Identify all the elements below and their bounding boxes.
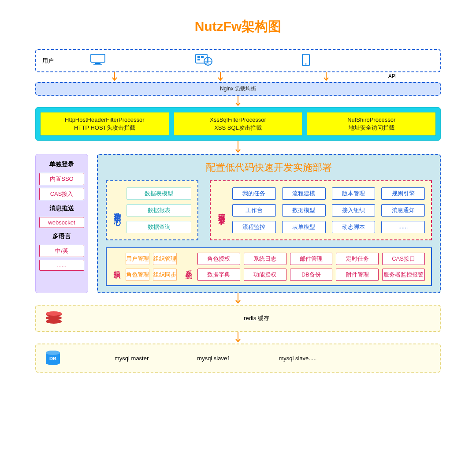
svg-point-12 (46, 319, 62, 324)
org-item: 用户管理 (126, 253, 149, 265)
db-slave1: mysql slave1 (197, 355, 230, 362)
db-master: mysql master (115, 355, 149, 362)
sidebar-msg-header: 消息推送 (39, 205, 84, 213)
processor-layer: HttpHostHeaderFilterProcessorHTTP HOST头攻… (35, 107, 441, 141)
sys-item: 数据字典 (197, 269, 240, 281)
redis-layer: redis 缓存 (35, 305, 441, 332)
svg-point-15 (46, 351, 60, 355)
arrow-down-icon (106, 243, 432, 247)
processor-xss-sql: XssSqlFilterProcessorXSS SQL攻击拦截 (174, 112, 303, 136)
sidebar-lang-header: 多语言 (39, 232, 84, 240)
sys-item: 附件管理 (336, 269, 379, 281)
org-item: 角色管理 (126, 269, 149, 281)
sys-item: DB备份 (290, 269, 333, 281)
svg-point-9 (305, 64, 307, 65)
sys-item: 邮件管理 (290, 253, 333, 265)
arrow-down-icon (112, 72, 118, 82)
flow-item: 规则引擎 (381, 187, 425, 200)
sidebar-item-cas: CAS接入 (39, 188, 84, 200)
org-item: 组织同步 (153, 269, 177, 281)
clients-label: 用户 (42, 57, 54, 65)
dc-item: 数据报表 (126, 204, 191, 217)
flow-item: 版本管理 (332, 187, 376, 200)
svg-rect-2 (93, 64, 102, 65)
sys-item: 角色授权 (197, 253, 240, 265)
arrow-down-icon (35, 96, 441, 107)
datacenter-block: 数据中心 数据表模型 数据报表 数据查询 (106, 180, 198, 240)
svg-rect-7 (197, 59, 200, 60)
sys-item: 服务器监控报警 (382, 269, 425, 281)
db-slave2: mysql slave..... (279, 355, 316, 362)
flow-block: 流程引擎 我的任务 流程建模 版本管理 规则引擎 工作台 数据模型 接入组织 消… (210, 180, 432, 240)
dc-item: 数据查询 (126, 221, 191, 233)
arrow-down-icon (35, 293, 441, 305)
flow-item: 我的任务 (232, 187, 276, 200)
redis-label: redis 缓存 (81, 314, 432, 322)
svg-rect-0 (91, 54, 105, 62)
nginx-layer: Nginx 负载均衡 (35, 82, 441, 96)
database-icon: DB (44, 350, 62, 366)
sys-item: 功能授权 (244, 269, 286, 281)
sidebar-item-sso: 内置SSO (39, 173, 84, 185)
flow-item: 流程建模 (282, 187, 326, 200)
flow-item: 表单模型 (282, 221, 326, 233)
arrow-down-icon (323, 72, 329, 82)
sys-item: CAS接口 (382, 253, 425, 265)
web-icon (195, 53, 213, 68)
sidebar-panel: 单独登录 内置SSO CAS接入 消息推送 websocket 多语言 中/英 … (35, 154, 88, 293)
flow-item: 工作台 (232, 204, 276, 217)
sys-item: 系统日志 (244, 253, 286, 265)
svg-rect-6 (201, 56, 204, 58)
arrow-down-icon (217, 72, 223, 82)
processor-shiro: NutShiroProcessor地址安全访问拦截 (307, 112, 436, 136)
sidebar-item-more: ...... (39, 260, 84, 271)
flow-item: 流程监控 (232, 221, 276, 233)
flow-item: 动态脚本 (332, 221, 376, 233)
clients-layer: 用户 (35, 49, 441, 72)
db-layer: DB mysql master mysql slave1 mysql slave… (35, 344, 441, 373)
sidebar-sso-header: 单独登录 (39, 161, 84, 168)
flow-label: 流程引擎 (217, 187, 226, 233)
sidebar-item-lang: 中/英 (39, 245, 84, 257)
flow-item: 消息通知 (381, 204, 425, 217)
svg-rect-1 (95, 63, 100, 64)
processor-http-host: HttpHostHeaderFilterProcessorHTTP HOST头攻… (40, 112, 169, 136)
diagram-title: NutzFw架构图 (35, 18, 441, 36)
flow-item: 接入组织 (332, 204, 376, 217)
main-panel: 配置低代码快速开发实施部署 数据中心 数据表模型 数据报表 数据查询 流程引擎 … (97, 154, 441, 293)
redis-icon (44, 311, 63, 326)
svg-text:DB: DB (49, 356, 56, 361)
arrow-down-icon (35, 332, 441, 344)
flow-item: ...... (381, 221, 425, 233)
api-label: API (388, 73, 397, 79)
bottom-block: 组织 用户管理 组织管理 角色管理 组织同步 系统 角色授权 系统日志 邮件管理… (106, 247, 432, 286)
datacenter-label: 数据中心 (113, 187, 122, 233)
desktop-icon (89, 53, 107, 68)
dc-item: 数据表模型 (126, 187, 191, 200)
arrow-down-icon (35, 141, 441, 154)
flow-item: 数据模型 (282, 204, 326, 217)
mobile-icon (301, 53, 310, 68)
sys-label: 系统 (185, 253, 193, 281)
main-title: 配置低代码快速开发实施部署 (106, 161, 432, 174)
sys-item: 定时任务 (336, 253, 379, 265)
org-label: 组织 (113, 253, 121, 281)
svg-point-13 (46, 311, 62, 316)
svg-rect-5 (197, 56, 200, 58)
org-item: 组织管理 (153, 253, 177, 265)
sidebar-item-websocket: websocket (39, 217, 84, 228)
